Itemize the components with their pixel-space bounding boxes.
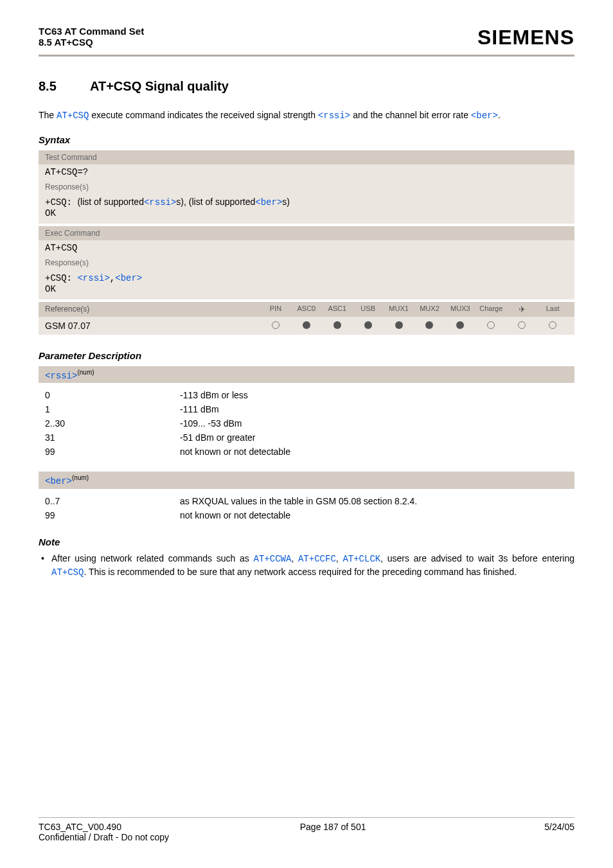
circle-open-icon — [549, 321, 556, 329]
circle-filled-icon — [395, 321, 403, 329]
test-command-cmd: AT+CSQ=? — [39, 164, 574, 180]
rssi-link-3[interactable]: <rssi> — [77, 273, 109, 283]
reference-states — [260, 321, 568, 330]
doc-title: TC63 AT Command Set — [39, 26, 144, 37]
reference-value: GSM 07.07 — [45, 321, 260, 331]
ber-link-2[interactable]: <ber> — [255, 197, 282, 208]
exec-resp-prefix: +CSQ: — [45, 273, 77, 283]
test-resp-prefix: +CSQ: — [45, 197, 77, 208]
test-resp-text2: s), (list of supported — [176, 197, 255, 207]
header-left: TC63 AT Command Set 8.5 AT+CSQ — [39, 26, 144, 48]
page-header: TC63 AT Command Set 8.5 AT+CSQ SIEMENS — [39, 26, 574, 49]
state-airplane — [506, 321, 537, 330]
ber-desc-0: as RXQUAL values in the table in GSM 05.… — [180, 496, 568, 506]
exec-command-resp-label: Response(s) — [39, 256, 574, 270]
note-s1: , — [291, 553, 298, 563]
col-charge: Charge — [475, 305, 506, 314]
circle-filled-icon — [333, 321, 341, 329]
rssi-param-header: <rssi>(num) — [39, 366, 574, 384]
rssi-val-2: 2..30 — [45, 418, 180, 429]
rssi-desc-3: -51 dBm or greater — [180, 432, 568, 443]
test-resp-text3: s) — [282, 197, 290, 207]
test-command-label: Test Command — [39, 150, 574, 164]
header-rule — [39, 55, 574, 57]
note-heading: Note — [39, 536, 574, 547]
airplane-icon: ✈ — [519, 305, 526, 314]
circle-filled-icon — [364, 321, 372, 329]
rssi-param-table: 0-113 dBm or less 1-111 dBm 2..30-109...… — [39, 383, 574, 469]
intro-text-suffix: . — [498, 110, 501, 120]
atccwa-link[interactable]: AT+CCWA — [254, 554, 292, 564]
reference-data-row: GSM 07.07 — [39, 317, 574, 335]
col-mux2: MUX2 — [414, 305, 445, 314]
rssi-val-0: 0 — [45, 390, 180, 400]
col-airplane: ✈ — [506, 305, 537, 314]
exec-command-response: +CSQ: <rssi>,<ber> OK — [39, 270, 574, 299]
state-asc0 — [291, 321, 322, 330]
reference-columns: PIN ASC0 ASC1 USB MUX1 MUX2 MUX3 Charge … — [260, 305, 568, 314]
note-s2: , — [336, 553, 343, 563]
exec-resp-comma: , — [110, 273, 115, 283]
atccfc-link[interactable]: AT+CCFC — [298, 554, 336, 564]
reference-table: Reference(s) PIN ASC0 ASC1 USB MUX1 MUX2… — [39, 302, 574, 335]
section-title: AT+CSQ Signal quality — [90, 79, 229, 93]
rssi-row-4: 99not known or not detectable — [45, 445, 568, 459]
rssi-desc-1: -111 dBm — [180, 404, 568, 414]
ber-val-0: 0..7 — [45, 496, 180, 506]
reference-header-row: Reference(s) PIN ASC0 ASC1 USB MUX1 MUX2… — [39, 302, 574, 317]
col-pin: PIN — [260, 305, 291, 314]
footer-sub: Confidential / Draft - Do not copy — [39, 832, 574, 842]
rssi-param-name: <rssi> — [45, 370, 77, 380]
ber-link-3[interactable]: <ber> — [115, 273, 142, 283]
ber-param-table: 0..7as RXQUAL values in the table in GSM… — [39, 489, 574, 533]
reference-label: Reference(s) — [45, 305, 260, 314]
state-pin — [260, 321, 291, 330]
section-heading: 8.5AT+CSQ Signal quality — [39, 79, 574, 94]
rssi-desc-2: -109... -53 dBm — [180, 418, 568, 429]
col-asc0: ASC0 — [291, 305, 322, 314]
note-section: Note After using network related command… — [39, 536, 574, 579]
circle-open-icon — [518, 321, 526, 329]
test-resp-ok: OK — [45, 208, 56, 218]
rssi-row-1: 1-111 dBm — [45, 402, 568, 416]
intro-paragraph: The AT+CSQ execute command indicates the… — [39, 109, 574, 123]
rssi-param-section: <rssi>(num) 0-113 dBm or less 1-111 dBm … — [39, 366, 574, 470]
ber-param-name: <ber> — [45, 476, 72, 486]
footer-center: Page 187 of 501 — [300, 822, 366, 832]
state-mux2 — [414, 321, 445, 330]
rssi-val-1: 1 — [45, 404, 180, 414]
rssi-val-4: 99 — [45, 447, 180, 457]
atcsq-link-2[interactable]: AT+CSQ — [51, 567, 84, 578]
state-usb — [353, 321, 384, 330]
ber-link[interactable]: <ber> — [471, 111, 498, 121]
col-mux1: MUX1 — [384, 305, 414, 314]
note-suffix: . This is recommended to be sure that an… — [84, 567, 517, 577]
rssi-desc-4: not known or not detectable — [180, 447, 568, 457]
rssi-desc-0: -113 dBm or less — [180, 390, 568, 400]
ber-param-header: <ber>(num) — [39, 472, 574, 489]
syntax-heading: Syntax — [39, 134, 574, 145]
rssi-link[interactable]: <rssi> — [318, 111, 350, 121]
param-desc-heading: Parameter Description — [39, 350, 574, 361]
rssi-link-2[interactable]: <rssi> — [144, 197, 176, 208]
atcsq-link[interactable]: AT+CSQ — [57, 111, 89, 121]
doc-subtitle: 8.5 AT+CSQ — [39, 37, 144, 48]
rssi-row-3: 31-51 dBm or greater — [45, 430, 568, 445]
col-usb: USB — [353, 305, 384, 314]
rssi-row-2: 2..30-109... -53 dBm — [45, 416, 568, 430]
exec-command-block: Exec Command AT+CSQ Response(s) +CSQ: <r… — [39, 226, 574, 299]
exec-command-label: Exec Command — [39, 226, 574, 240]
test-command-response: +CSQ: (list of supported<rssi>s), (list … — [39, 194, 574, 224]
ber-row-0: 0..7as RXQUAL values in the table in GSM… — [45, 494, 568, 508]
section-number: 8.5 — [39, 79, 90, 94]
atclck-link[interactable]: AT+CLCK — [342, 554, 380, 564]
note-mid: , users are advised to wait 3s before en… — [380, 553, 574, 563]
intro-text-prefix: The — [39, 110, 57, 120]
intro-text-mid2: and the channel bit error rate — [350, 110, 471, 120]
footer-left: TC63_ATC_V00.490 — [39, 822, 121, 832]
ber-param-sup: (num) — [72, 474, 89, 481]
col-asc1: ASC1 — [322, 305, 353, 314]
ber-val-1: 99 — [45, 510, 180, 520]
footer-row: TC63_ATC_V00.490 Page 187 of 501 5/24/05 — [39, 822, 574, 832]
test-command-resp-label: Response(s) — [39, 180, 574, 194]
